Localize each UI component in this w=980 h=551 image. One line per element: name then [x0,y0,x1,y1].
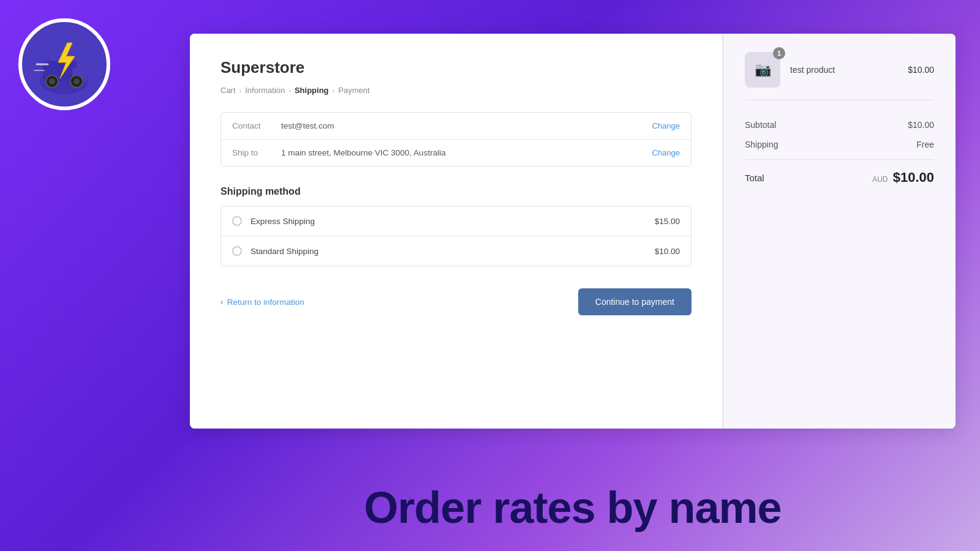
breadcrumb-shipping: Shipping [295,86,329,95]
ship-to-row: Ship to 1 main street, Melbourne VIC 300… [221,139,691,166]
product-badge: 1 [773,47,785,59]
product-name: test product [790,65,898,75]
shipping-method-title: Shipping method [221,186,692,197]
product-thumbnail: 1 📷 [745,52,780,88]
breadcrumb-chevron-3: › [333,87,335,94]
shipping-row: Shipping Free [745,135,934,154]
breadcrumb-chevron-2: › [288,87,291,94]
info-table: Contact test@test.com Change Ship to 1 m… [221,112,692,167]
camera-icon: 📷 [755,62,771,78]
contact-label: Contact [232,121,281,130]
svg-point-4 [49,78,55,84]
contact-row: Contact test@test.com Change [221,113,691,139]
continue-to-payment-button[interactable]: Continue to payment [578,288,692,315]
shipping-summary-value: Free [916,140,934,149]
contact-value: test@test.com [281,121,652,130]
total-row: Total AUD $10.00 [745,159,934,190]
subtotal-label: Subtotal [745,120,776,130]
back-arrow-icon: ‹ [221,297,224,307]
store-name: Superstore [221,58,692,77]
express-shipping-price: $15.00 [655,217,680,226]
actions: ‹ Return to information Continue to paym… [221,288,692,315]
standard-shipping-label: Standard Shipping [251,247,655,256]
svg-point-6 [74,78,80,84]
express-radio[interactable] [232,216,242,226]
ship-to-label: Ship to [232,148,281,157]
express-shipping-option[interactable]: Express Shipping $15.00 [221,206,691,236]
breadcrumb-payment[interactable]: Payment [338,86,369,95]
contact-change-button[interactable]: Change [652,121,680,130]
total-amount: AUD $10.00 [872,170,934,186]
ship-to-value: 1 main street, Melbourne VIC 3000, Austr… [281,148,652,157]
subtotal-row: Subtotal $10.00 [745,115,934,135]
back-to-information-link[interactable]: ‹ Return to information [221,297,304,307]
shipping-summary-label: Shipping [745,140,778,149]
left-panel: Superstore Cart › Information › Shipping… [190,34,723,429]
express-shipping-label: Express Shipping [251,217,655,226]
total-label: Total [745,173,764,183]
ship-to-change-button[interactable]: Change [652,148,680,157]
product-price: $10.00 [908,65,934,75]
logo-area [18,18,116,116]
standard-radio[interactable] [232,246,242,256]
back-link-label: Return to information [227,298,304,307]
breadcrumb-cart[interactable]: Cart [221,86,236,95]
right-panel: 1 📷 test product $10.00 Subtotal $10.00 … [723,34,956,429]
standard-shipping-price: $10.00 [655,247,680,256]
bottom-tagline: Order rates by name [190,482,956,533]
main-container: Superstore Cart › Information › Shipping… [190,34,956,429]
standard-shipping-option[interactable]: Standard Shipping $10.00 [221,236,691,266]
breadcrumb-information[interactable]: Information [245,86,285,95]
total-value: $10.00 [893,170,934,185]
breadcrumb-chevron-1: › [239,87,242,94]
currency-label: AUD [872,175,888,184]
product-row: 1 📷 test product $10.00 [745,52,934,100]
logo-circle [18,18,110,110]
subtotal-value: $10.00 [908,120,934,130]
shipping-options: Express Shipping $15.00 Standard Shippin… [221,206,692,266]
breadcrumb: Cart › Information › Shipping › Payment [221,86,692,95]
